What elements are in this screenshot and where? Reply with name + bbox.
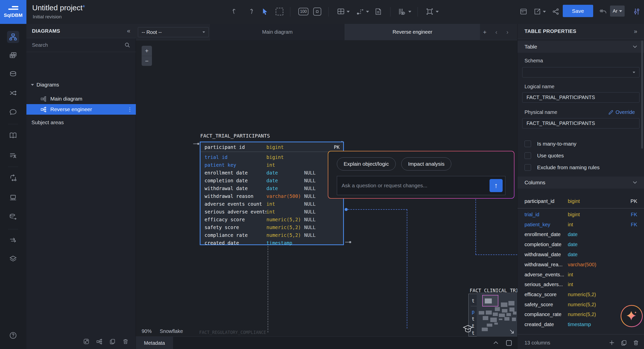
- rail-workspace-icon[interactable]: [7, 192, 19, 204]
- checkbox-box[interactable]: [525, 152, 531, 159]
- user-menu[interactable]: Ar: [610, 6, 625, 17]
- checkbox-many-to-many[interactable]: Is many-to-many: [525, 141, 576, 147]
- export-button[interactable]: [531, 5, 548, 19]
- align-objects-dropdown[interactable]: [436, 11, 439, 13]
- table-fact-trial-participants[interactable]: participant_idbigintPK trial_idbigint pa…: [200, 142, 344, 245]
- rail-forward-engineer-icon[interactable]: [7, 234, 19, 246]
- minimap[interactable]: [477, 292, 517, 336]
- table-row[interactable]: compliance_ratenumeric(5,2)NULL: [200, 231, 343, 239]
- next-tab-button[interactable]: ›: [504, 28, 511, 36]
- export-dropdown[interactable]: [543, 11, 546, 13]
- explain-object-button[interactable]: Explain object/logic: [337, 157, 396, 170]
- rail-database-icon[interactable]: [7, 68, 19, 80]
- rail-diagrams-icon[interactable]: [7, 31, 19, 43]
- add-diagram-icon[interactable]: [96, 338, 103, 345]
- table-row[interactable]: patient_keyint: [200, 161, 343, 169]
- minimap-viewport[interactable]: [482, 295, 498, 307]
- save-button[interactable]: Save: [563, 5, 593, 17]
- relationship-line-selected[interactable]: [348, 209, 407, 210]
- ai-assistant-fab[interactable]: [621, 305, 643, 327]
- revert-button[interactable]: [597, 5, 609, 19]
- table-row[interactable]: efficacy_scorenumeric(5,2)NULL: [200, 215, 343, 223]
- diagram-search-input[interactable]: [32, 42, 124, 48]
- zoom-in-button[interactable]: +: [142, 46, 152, 56]
- rail-db-export-icon[interactable]: [7, 211, 19, 223]
- table-section-header[interactable]: Table: [517, 41, 644, 53]
- prev-tab-button[interactable]: ‹: [493, 28, 500, 36]
- tab-reverse-engineer[interactable]: Reverse engineer: [345, 24, 480, 40]
- checkbox-exclude-naming[interactable]: Exclude from naming rules: [525, 164, 600, 171]
- fit-screen-button[interactable]: [311, 5, 324, 19]
- new-table-button[interactable]: [335, 5, 351, 19]
- table-row[interactable]: serious_adverse_events_countintNULL: [200, 208, 343, 215]
- connector-anchor[interactable]: [193, 142, 200, 146]
- schema-select[interactable]: [522, 67, 639, 77]
- redo-button[interactable]: [244, 5, 256, 19]
- rail-help-icon[interactable]: [7, 329, 19, 341]
- rail-naming-conventions-icon[interactable]: [7, 150, 19, 162]
- rail-data-flows-icon[interactable]: [7, 87, 19, 99]
- table-row[interactable]: completion_datedateNULL: [200, 177, 343, 184]
- relationship-line-selected[interactable]: [475, 254, 517, 255]
- rail-comments-icon[interactable]: [7, 106, 19, 118]
- side-panel-toggle[interactable]: [517, 5, 530, 19]
- collapse-metadata-icon[interactable]: [493, 341, 499, 345]
- checkbox-box[interactable]: [525, 141, 531, 147]
- connector-handle[interactable]: [345, 208, 348, 211]
- add-subject-area-icon[interactable]: [83, 338, 90, 345]
- properties-column-row[interactable]: patient_keyintFK: [517, 220, 644, 230]
- share-button[interactable]: [549, 5, 562, 19]
- marquee-select-tool[interactable]: [273, 5, 286, 19]
- properties-column-row[interactable]: participant_idbigintPK: [517, 196, 644, 206]
- table-title[interactable]: FACT_TRIAL_PARTICIPANTS: [200, 133, 270, 139]
- display-options-button[interactable]: [396, 5, 413, 19]
- diagram-item-menu[interactable]: ⋮: [127, 106, 132, 112]
- ai-question-input[interactable]: [342, 183, 490, 189]
- minimap-resize-handle[interactable]: [509, 329, 515, 334]
- new-relationship-button[interactable]: [354, 5, 371, 19]
- properties-column-row[interactable]: efficacy_scorenumeric(5,2): [517, 289, 644, 299]
- collapse-panel-button[interactable]: «: [127, 27, 130, 34]
- undo-button[interactable]: [229, 5, 242, 19]
- new-table-dropdown[interactable]: [347, 11, 350, 13]
- new-relationship-dropdown[interactable]: [366, 11, 369, 13]
- table-row[interactable]: created_datetimestamp: [200, 239, 343, 247]
- project-title[interactable]: Untitled project*: [32, 4, 85, 12]
- add-column-icon[interactable]: [609, 339, 615, 346]
- panel-scrollbar[interactable]: [641, 40, 643, 149]
- settings-sliders-button[interactable]: [630, 5, 643, 19]
- table-row[interactable]: enrollment_datedateNULL: [200, 169, 343, 177]
- logical-name-input[interactable]: [522, 92, 639, 103]
- delete-icon[interactable]: [122, 338, 129, 345]
- connector-anchor[interactable]: [345, 240, 352, 244]
- zoom-100-button[interactable]: 100: [297, 5, 310, 19]
- collapse-properties-button[interactable]: »: [634, 28, 637, 35]
- align-objects-button[interactable]: [423, 5, 441, 19]
- duplicate-column-icon[interactable]: [621, 339, 627, 346]
- relationship-line-selected[interactable]: [407, 209, 407, 328]
- add-tab-button[interactable]: +: [481, 28, 489, 36]
- subject-areas-section[interactable]: Subject areas: [31, 119, 64, 125]
- properties-column-row[interactable]: withdrawal_rea...varchar(500): [517, 259, 644, 270]
- properties-column-row[interactable]: completion_datedate: [517, 239, 644, 249]
- properties-column-row[interactable]: withdrawal_datedate: [517, 249, 644, 259]
- diagram-item-reverse-engineer[interactable]: Reverse engineer ⋮: [26, 104, 136, 115]
- table-row[interactable]: participant_idbigintPK: [200, 142, 343, 152]
- zoom-level[interactable]: 90%: [142, 328, 152, 334]
- checkbox-box[interactable]: [525, 164, 531, 171]
- impact-analysis-button[interactable]: Impact analysis: [401, 157, 451, 170]
- duplicate-icon[interactable]: [109, 338, 116, 345]
- send-button[interactable]: ↑: [490, 179, 503, 192]
- diagram-item-main[interactable]: Main diagram: [26, 94, 136, 104]
- select-cursor-tool[interactable]: [259, 5, 271, 19]
- metadata-tab[interactable]: Metadata: [136, 337, 173, 349]
- zoom-out-button[interactable]: −: [142, 56, 152, 66]
- relationship-line[interactable]: [268, 246, 268, 332]
- tab-main-diagram[interactable]: Main diagram: [210, 24, 345, 40]
- new-note-button[interactable]: [372, 5, 384, 19]
- expand-metadata-icon[interactable]: [505, 339, 513, 347]
- rail-documentation-icon[interactable]: [7, 129, 19, 142]
- table-row[interactable]: withdrawal_reasonvarchar(500)NULL: [200, 192, 343, 200]
- checkbox-use-quotes[interactable]: Use quotes: [525, 152, 564, 159]
- columns-section-header[interactable]: Columns: [517, 177, 644, 189]
